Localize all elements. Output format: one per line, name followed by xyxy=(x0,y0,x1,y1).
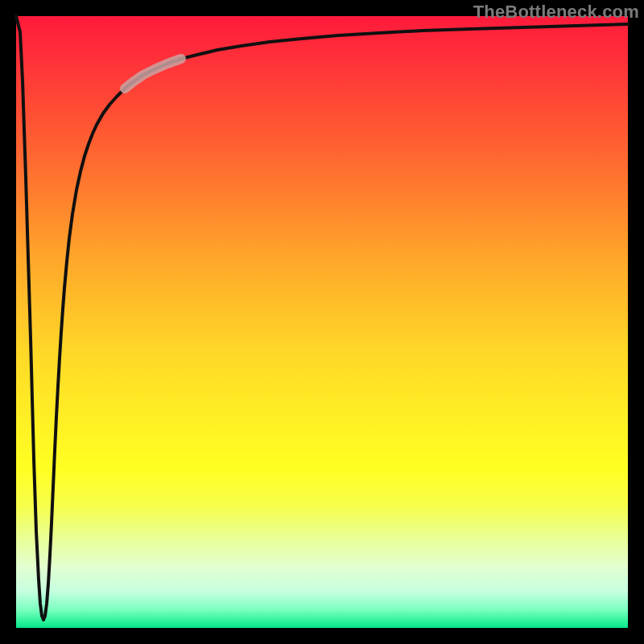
curve-layer xyxy=(16,16,628,628)
curve-highlight xyxy=(125,59,181,89)
bottleneck-curve xyxy=(16,16,628,620)
watermark-text: TheBottleneck.com xyxy=(473,2,639,23)
chart-stage: TheBottleneck.com xyxy=(0,0,644,644)
